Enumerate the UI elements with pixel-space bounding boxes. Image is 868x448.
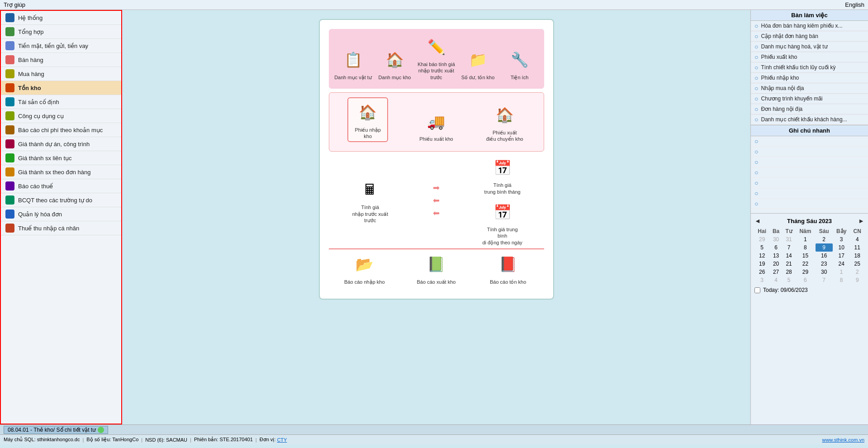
cal-day-cell[interactable]: 2 [816,235,833,243]
cal-day-cell[interactable]: 2 [850,268,864,276]
diagram-report-item[interactable]: 📗Báo cáo xuất kho [416,252,456,285]
diagram-top-item[interactable]: 🏠Danh mục kho [375,48,415,81]
cal-day-cell[interactable]: 26 [754,268,769,276]
workplace-item[interactable]: ○Nhập mua nội địa [751,83,868,94]
diagram-report-item[interactable]: 📕Báo cáo tồn kho [488,252,528,285]
sidebar-item-bao-cao-chi-phi[interactable]: Báo cáo chi phí theo khoản mục [1,123,121,137]
cal-day-cell[interactable]: 15 [795,252,815,260]
cal-day-cell[interactable]: 23 [816,260,833,268]
note-item[interactable]: ○ [751,199,868,209]
cal-day-cell[interactable]: 7 [783,243,795,252]
note-item[interactable]: ○ [751,188,868,199]
sidebar-item-tien[interactable]: Tiền mặt, tiền gửi, tiền vay [1,39,121,53]
cal-day-cell[interactable]: 14 [783,252,795,260]
sidebar-item-tai-san[interactable]: Tài sản cố định [1,95,121,109]
cal-day-cell[interactable]: 4 [850,235,864,243]
nsd: NSD (6): SACMAU [145,437,187,443]
sidebar-item-cong-cu[interactable]: Công cụ dụng cụ [1,109,121,123]
cal-day-cell[interactable]: 29 [754,235,769,243]
workplace-item[interactable]: ○Phiếu nhập kho [751,73,868,83]
center-content: 📋Danh mục vật tư🏠Danh mục kho✏️Khai báo … [122,10,750,424]
website-link[interactable]: www.sthink.com.vn [822,437,864,443]
cal-day-cell[interactable]: 5 [783,276,795,284]
cal-prev-button[interactable]: ◄ [754,217,761,224]
cal-day-cell[interactable]: 21 [783,260,795,268]
sidebar-item-ton-kho[interactable]: Tồn kho [1,81,121,95]
cal-day-cell[interactable]: 9 [816,243,833,252]
cal-day-cell[interactable]: 11 [850,243,864,252]
workplace-item[interactable]: ○Cập nhật đơn hàng bán [751,31,868,42]
cal-day-cell[interactable]: 12 [754,252,769,260]
sidebar-item-gia-thanh-du-an[interactable]: Giá thành dự án, công trình [1,137,121,151]
cal-day-cell[interactable]: 24 [833,260,850,268]
today-checkbox[interactable] [754,287,760,293]
cal-day-cell[interactable]: 17 [833,252,850,260]
note-item[interactable]: ○ [751,136,868,147]
don-vi-value[interactable]: CTY [277,437,287,443]
calc-trung-binh-thang[interactable]: 📅 Tính giátrung bình tháng [482,155,523,195]
cal-day-cell[interactable]: 4 [769,276,782,284]
workplace-item[interactable]: ○Đơn hàng nội địa [751,104,868,114]
diagram-top-item[interactable]: ✏️Khai báo tính giá nhập trước xuất trướ… [416,34,457,81]
task-item[interactable]: 08.04.01 - Thẻ kho/ Sổ chi tiết vật tư [4,426,108,434]
sidebar-item-sx-don-hang[interactable]: Giá thành sx theo đơn hàng [1,165,121,179]
sidebar-item-quan-ly-hoa-don[interactable]: Quản lý hóa đơn [1,207,121,221]
cal-day-cell[interactable]: 10 [833,243,850,252]
workplace-item[interactable]: ○Danh mục chiết khấu khách hàng... [751,114,868,125]
cal-day-cell[interactable]: 22 [795,260,815,268]
wp-bullet: ○ [754,64,758,71]
cal-day-cell[interactable]: 16 [816,252,833,260]
cal-day-cell[interactable]: 25 [850,260,864,268]
cal-day-cell[interactable]: 5 [754,243,769,252]
note-item[interactable]: ○ [751,178,868,188]
sidebar-item-ban-hang[interactable]: Bán hàng [1,53,121,67]
workplace-item[interactable]: ○Phiếu xuất kho [751,52,868,62]
cal-day-cell[interactable]: 8 [833,276,850,284]
cal-day-cell[interactable]: 20 [769,260,782,268]
diagram-top-item[interactable]: 🔧Tiện ích [499,48,540,81]
cal-day-cell[interactable]: 30 [769,235,782,243]
cal-day-cell[interactable]: 13 [769,252,782,260]
cal-day-cell[interactable]: 6 [769,243,782,252]
language-label[interactable]: English [845,1,864,8]
task-green-button[interactable] [98,427,104,433]
cal-day-cell[interactable]: 30 [816,268,833,276]
cal-day-cell[interactable]: 27 [769,268,782,276]
cal-day-cell[interactable]: 7 [816,276,833,284]
cal-day-cell[interactable]: 28 [783,268,795,276]
sidebar-item-mua-hang[interactable]: Mua hàng [1,67,121,81]
diagram-middle-item[interactable]: 🏠Phiếu nhập kho [347,97,388,143]
note-item[interactable]: ○ [751,157,868,167]
diagram-middle-item[interactable]: 🏠Phiếu xuấtđiều chuyển kho [484,103,525,143]
diagram-middle-item[interactable]: 🚚Phiếu xuất kho [416,109,456,142]
note-item[interactable]: ○ [751,147,868,157]
calc-nhap-truoc[interactable]: 🖩 Tính giánhập trước xuất trước [350,177,390,224]
diagram-top-item[interactable]: 📁Số dư, tồn kho [458,48,498,81]
sidebar-item-bao-cao-thue[interactable]: Báo cáo thuế [1,179,121,193]
cal-day-cell[interactable]: 31 [783,235,795,243]
note-item[interactable]: ○ [751,167,868,178]
cal-day-cell[interactable]: 1 [795,235,815,243]
cal-day-cell[interactable]: 19 [754,260,769,268]
workplace-item[interactable]: ○Chương trình khuyến mãi [751,94,868,104]
workplace-item[interactable]: ○Tính chiết khấu tích lũy cuối kỳ [751,62,868,73]
workplace-item[interactable]: ○Hóa đơn bán hàng kiêm phiếu x... [751,21,868,31]
workplace-item[interactable]: ○Danh mục hàng hoá, vật tư [751,42,868,52]
calc-trung-binh-ngay[interactable]: 📅 Tính giá trung bìnhdi động theo ngày [482,200,523,246]
cal-day-cell[interactable]: 6 [795,276,815,284]
diagram-report-item[interactable]: 📂Báo cáo nhập kho [344,252,385,285]
cal-day-cell[interactable]: 1 [833,268,850,276]
cal-day-cell[interactable]: 3 [754,276,769,284]
cal-day-cell[interactable]: 3 [833,235,850,243]
sidebar-item-sx-lien-tuc[interactable]: Giá thành sx liên tục [1,151,121,165]
cal-day-cell[interactable]: 8 [795,243,815,252]
sidebar-item-bcqt[interactable]: BCQT theo các trường tự do [1,193,121,207]
diagram-top-item[interactable]: 📋Danh mục vật tư [333,48,374,81]
sidebar-item-tong-hop[interactable]: Tổng hợp [1,25,121,39]
cal-next-button[interactable]: ► [858,217,864,224]
cal-day-cell[interactable]: 29 [795,268,815,276]
cal-day-cell[interactable]: 18 [850,252,864,260]
sidebar-item-he-thong[interactable]: Hệ thống [1,11,121,25]
cal-day-cell[interactable]: 9 [850,276,864,284]
sidebar-item-thue-tncn[interactable]: Thuế thu nhập cá nhân [1,221,121,235]
